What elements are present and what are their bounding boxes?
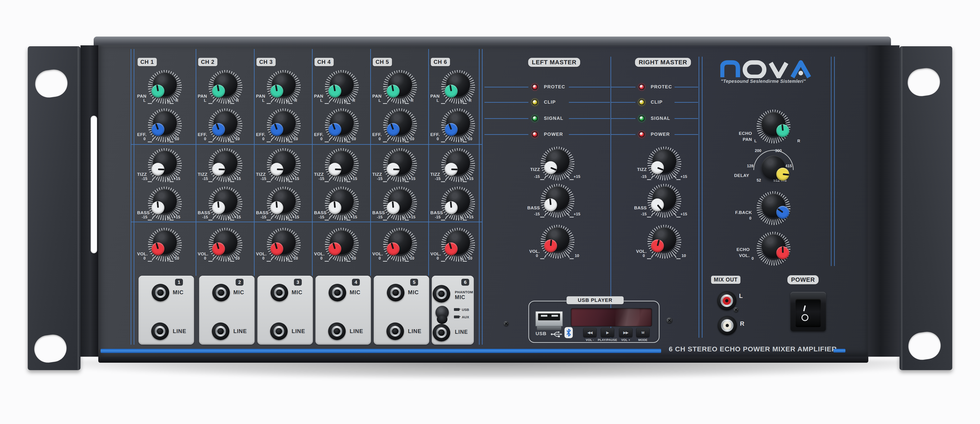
fback-knob[interactable] <box>756 191 791 226</box>
vol-down-button[interactable]: ◀◀ <box>583 328 597 337</box>
ch1-bass-knob[interactable] <box>148 186 182 221</box>
ch1-vol-knob[interactable] <box>148 227 182 262</box>
ch1-line-jack[interactable] <box>151 322 169 340</box>
right-master-bass-knob[interactable] <box>647 183 682 218</box>
vol-up-button[interactable]: ▶▶ <box>619 328 632 337</box>
knob-pointer <box>391 85 394 91</box>
ch5-eff-row: EFF. 0 10 <box>371 108 429 145</box>
ch5-tizz-knob[interactable] <box>383 148 417 183</box>
ch6-bass-knob[interactable] <box>441 186 476 221</box>
channel-1-header: CH 1 <box>138 58 157 66</box>
bluetooth-icon <box>565 327 573 338</box>
ch6-pan-knob[interactable] <box>441 70 476 104</box>
ch1-tizz-knob[interactable] <box>148 148 182 183</box>
channel-2-header: CH 2 <box>198 58 217 66</box>
ch4-vol-knob[interactable] <box>325 227 359 262</box>
ch3-line-jack[interactable] <box>270 322 288 340</box>
knob-cap <box>544 239 557 252</box>
usb-port[interactable] <box>535 311 563 327</box>
line-label: LINE <box>233 328 247 335</box>
ch5-mic-jack[interactable] <box>387 284 404 301</box>
eff-label: EFF. <box>137 132 146 137</box>
mic-label: MIC <box>455 294 465 300</box>
ch2-vol-knob[interactable] <box>208 227 243 262</box>
ch5-pan-knob[interactable] <box>383 70 417 104</box>
mix-out-right-rca[interactable] <box>718 316 737 335</box>
clip-led <box>639 99 645 105</box>
ch3-pan-knob[interactable] <box>266 70 301 104</box>
tizz-label: TIZZ <box>512 167 540 172</box>
ch3-vol-knob[interactable] <box>266 227 301 262</box>
right-master-vol-knob[interactable] <box>647 225 682 259</box>
ch4-tizz-knob[interactable] <box>325 148 359 183</box>
eff-label: EFF. <box>314 132 323 137</box>
ch3-jack-panel: 3 MIC LINE <box>258 276 313 345</box>
ch2-line-jack[interactable] <box>212 322 229 340</box>
ch4-line-jack[interactable] <box>328 322 346 340</box>
ch3-number-badge: 3 <box>294 279 302 286</box>
eff-label: EFF. <box>372 132 382 137</box>
vol-label: VOL. <box>256 252 267 257</box>
ch3-bass-knob[interactable] <box>266 186 301 221</box>
ch4-mic-jack[interactable] <box>329 284 346 301</box>
ch3-tizz-knob[interactable] <box>266 148 301 183</box>
ch6-phantom-mic-jack[interactable] <box>433 285 450 303</box>
knob-cap <box>776 124 789 137</box>
left-master-bass-knob[interactable] <box>540 183 575 218</box>
power-title: POWER <box>788 275 819 284</box>
right-master-tizz-knob[interactable] <box>647 146 682 181</box>
ch2-bass-knob[interactable] <box>208 186 243 221</box>
echo-pan-knob[interactable] <box>756 109 791 144</box>
ch3-mic-jack[interactable] <box>270 284 288 301</box>
delay-knob[interactable] <box>756 153 791 187</box>
echo-vol-knob[interactable] <box>756 231 791 266</box>
protec-led <box>639 84 645 90</box>
ch6-source-toggle[interactable] <box>436 306 449 319</box>
ch2-eff-knob[interactable] <box>208 108 243 143</box>
channel-strip-1: CH 1 PAN L R EFF. 0 10 TIZZ -15 +15 BASS… <box>135 0 194 424</box>
ch1-tizz-row: TIZZ -15 +15 <box>135 148 194 185</box>
ch1-pan-knob[interactable] <box>148 70 182 104</box>
ch6-tizz-knob[interactable] <box>441 148 476 183</box>
channel-3-header: CH 3 <box>256 58 276 66</box>
ch1-mic-jack[interactable] <box>152 284 169 301</box>
ch5-tizz-row: TIZZ -15 +15 <box>371 148 429 185</box>
ch2-tizz-knob[interactable] <box>208 148 243 183</box>
ch1-eff-knob[interactable] <box>148 108 182 143</box>
ch5-eff-knob[interactable] <box>383 108 417 143</box>
power-rocker-switch[interactable] <box>795 299 821 327</box>
ch6-vol-knob[interactable] <box>441 227 476 262</box>
protec-led-label: PROTEC <box>544 84 565 89</box>
divider-line <box>831 57 832 266</box>
ch5-bass-knob[interactable] <box>383 186 417 221</box>
knob-pointer <box>333 85 336 91</box>
clip-led-label: CLIP <box>544 99 556 105</box>
mode-button[interactable]: M <box>636 328 649 337</box>
ch3-eff-knob[interactable] <box>266 108 301 143</box>
ch1-number-badge: 1 <box>175 279 183 286</box>
knob-cap <box>651 161 664 174</box>
ch6-eff-knob[interactable] <box>441 108 476 143</box>
power-led-label: POWER <box>651 132 670 137</box>
usb-label: USB <box>536 331 546 336</box>
ch5-line-jack[interactable] <box>387 322 404 340</box>
left-master-vol-knob[interactable] <box>540 225 575 259</box>
left-master-tizz-knob[interactable] <box>540 146 575 181</box>
tizz-label: TIZZ <box>314 172 324 177</box>
ch5-vol-knob[interactable] <box>383 227 417 262</box>
knob-cap <box>445 84 458 97</box>
knob-cap <box>212 201 225 214</box>
knob-pointer <box>391 243 394 249</box>
ch2-mic-jack[interactable] <box>212 284 230 301</box>
ch6-line-jack[interactable] <box>433 324 450 341</box>
play-pause-button[interactable]: ▶ <box>601 328 614 337</box>
mix-out-left-rca[interactable] <box>717 291 737 311</box>
ch2-pan-knob[interactable] <box>208 70 243 104</box>
ch4-bass-knob[interactable] <box>325 186 359 221</box>
ch4-pan-row: PAN L R <box>312 70 371 107</box>
eff-label: EFF. <box>256 132 266 137</box>
mix-out-title: MIX OUT <box>711 276 740 284</box>
ch4-eff-knob[interactable] <box>325 108 359 143</box>
knob-pointer <box>218 169 225 171</box>
ch4-pan-knob[interactable] <box>325 70 359 104</box>
